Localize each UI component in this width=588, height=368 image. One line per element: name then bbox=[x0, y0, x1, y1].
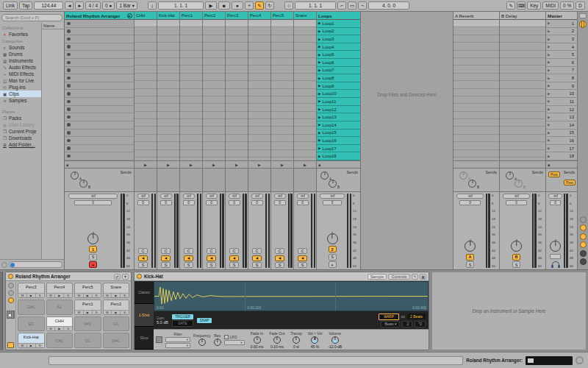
return-b-header[interactable]: B Delay bbox=[500, 12, 545, 20]
clip-launch-icon[interactable]: ▶ bbox=[318, 77, 320, 80]
scene-launch-icon[interactable]: ▶ bbox=[548, 131, 550, 135]
mixer-section-toggle[interactable] bbox=[580, 241, 587, 248]
scene-launch-icon[interactable]: ▶ bbox=[548, 21, 550, 25]
clip-launch-icon[interactable]: ▶ bbox=[318, 84, 320, 88]
group-clip-slot[interactable] bbox=[65, 137, 134, 145]
group-clip-slot[interactable] bbox=[65, 82, 134, 91]
volume-display[interactable]: -inf bbox=[160, 194, 172, 199]
parameter-knob[interactable] bbox=[331, 336, 339, 344]
stop-clip-icon[interactable]: ▶ bbox=[235, 163, 238, 167]
pad-preview-button[interactable]: ▶ bbox=[84, 311, 93, 314]
scene[interactable]: ▶ 12 bbox=[546, 106, 577, 114]
drum-rack-title-bar[interactable]: Roland Rhythm Arranger ⇄ ▼ bbox=[6, 272, 131, 281]
drum-pad[interactable]: G1 M ▶ S bbox=[103, 316, 130, 332]
scene-launch-icon[interactable]: ▶ bbox=[548, 116, 550, 119]
nudge-back-icon[interactable]: ◄ bbox=[65, 1, 74, 10]
group-clip-slot[interactable] bbox=[65, 74, 134, 82]
pan-display[interactable]: 0 bbox=[74, 200, 112, 205]
pad-solo-button[interactable]: S bbox=[121, 311, 129, 314]
scene-launch-icon[interactable]: ▶ bbox=[548, 123, 550, 127]
browser-category-item[interactable]: ⌁ MIDI Effects bbox=[0, 71, 41, 77]
scene[interactable]: ▶ 2 bbox=[546, 28, 577, 36]
clip[interactable]: ▶ Loop15 bbox=[317, 130, 360, 138]
clip[interactable]: ▶ Loop18 bbox=[317, 152, 360, 160]
send-a-knob[interactable]: A bbox=[320, 171, 329, 180]
save-preset-icon[interactable]: ▣ bbox=[420, 274, 426, 280]
pad-solo-button[interactable]: S bbox=[93, 294, 101, 297]
pad-mute-button[interactable]: M bbox=[47, 294, 56, 297]
search-input[interactable] bbox=[2, 15, 62, 20]
clip-launch-icon[interactable]: ▶ bbox=[318, 131, 320, 135]
group-clip-slot[interactable] bbox=[65, 113, 134, 121]
lfo-shape-menu[interactable]: ▾ bbox=[224, 340, 245, 345]
time-signature-field[interactable]: 4 / 4 bbox=[85, 1, 101, 10]
scene-launch-icon[interactable]: ▶ bbox=[548, 53, 550, 57]
master-track-header[interactable]: Master bbox=[546, 12, 577, 20]
browser-place-item[interactable]: ❒ Current Proje bbox=[0, 128, 41, 135]
double-tempo-button[interactable]: *2 bbox=[415, 321, 426, 328]
volume-display[interactable]: -inf bbox=[320, 194, 345, 199]
stop-clips-row[interactable]: ▶ bbox=[203, 160, 225, 168]
scene[interactable]: ▶ 18 bbox=[546, 152, 577, 160]
crossfade-assign[interactable]: C bbox=[252, 248, 262, 254]
pad-solo-button[interactable]: S bbox=[64, 294, 72, 297]
mixer-section-toggle[interactable] bbox=[580, 258, 587, 265]
headphones-cue-icon[interactable] bbox=[551, 261, 560, 268]
punch-in-button[interactable]: ⌐ bbox=[337, 1, 346, 10]
browser-place-item[interactable]: ⊞ Add Folder... bbox=[0, 141, 41, 148]
nudge-forward-icon[interactable]: ► bbox=[75, 1, 84, 10]
clip[interactable]: ▶ Loop8 bbox=[317, 74, 360, 82]
track-header[interactable]: Perc1 bbox=[180, 12, 202, 20]
device-drop-area[interactable]: Drop an Instrument or Sample Here bbox=[431, 272, 587, 350]
solo-button[interactable]: S bbox=[298, 262, 307, 268]
parameter-knob[interactable] bbox=[273, 336, 281, 344]
group-clip-slot[interactable] bbox=[65, 67, 134, 75]
clip[interactable]: ▶ Loop10 bbox=[317, 90, 360, 98]
solo-button[interactable]: S bbox=[512, 261, 520, 268]
clip-launch-icon[interactable]: ▶ bbox=[318, 38, 320, 41]
group-clip-slot[interactable] bbox=[65, 130, 134, 138]
volume-display[interactable]: -inf bbox=[503, 194, 531, 199]
stop-clip-icon[interactable]: ▶ bbox=[167, 163, 170, 167]
send-a-knob[interactable]: A bbox=[459, 171, 467, 180]
drum-pad[interactable]: G#1 M ▶ S bbox=[18, 300, 45, 315]
solo-button[interactable]: S bbox=[329, 254, 337, 261]
clip[interactable]: ▶ Loop14 bbox=[317, 121, 360, 130]
track-activator[interactable]: 2 bbox=[329, 246, 337, 252]
solo-button[interactable]: S bbox=[466, 261, 474, 268]
browser-category-item[interactable]: ▦ Drums bbox=[0, 51, 41, 57]
scene[interactable]: ▶ 17 bbox=[546, 145, 577, 153]
drum-pad[interactable]: Perc4 M ▶ S bbox=[46, 283, 74, 298]
track-header[interactable]: Perc2 bbox=[203, 12, 225, 20]
scene[interactable]: ▶ 10 bbox=[546, 90, 577, 98]
group-clip-slot[interactable] bbox=[65, 35, 134, 43]
set-loop-button[interactable]: ○ bbox=[284, 1, 293, 10]
browser-category-item[interactable]: ≋ Samples bbox=[0, 97, 41, 104]
browser-category-item[interactable]: ⌬ Plug-ins bbox=[0, 84, 41, 91]
stop-clips-row[interactable]: ▶ bbox=[157, 160, 179, 168]
tap-tempo-button[interactable]: Tap bbox=[19, 1, 32, 10]
scene-launch-icon[interactable]: ▶ bbox=[548, 107, 550, 111]
scene[interactable]: ▶ 11 bbox=[546, 98, 577, 106]
parameter-value[interactable]: 0.10 ms bbox=[270, 344, 284, 349]
pad-mute-button[interactable]: M bbox=[75, 311, 84, 314]
clip-launch-icon[interactable]: ▶ bbox=[318, 92, 320, 96]
clip[interactable]: ▶ Loop2 bbox=[317, 28, 360, 36]
solo-button[interactable]: S bbox=[89, 254, 97, 261]
clip-launch-icon[interactable]: ▶ bbox=[318, 45, 320, 49]
clip[interactable]: ▶ Loop5 bbox=[317, 51, 360, 59]
clip-slots[interactable] bbox=[248, 20, 270, 160]
tab-controls[interactable]: Controls bbox=[388, 274, 410, 280]
clip[interactable]: ▶ Loop6 bbox=[317, 59, 360, 67]
reenable-automation-button[interactable]: ↻ bbox=[265, 1, 274, 10]
pad-solo-button[interactable]: S bbox=[36, 294, 44, 297]
group-clip-slot[interactable] bbox=[65, 98, 134, 106]
track-activator[interactable]: ◀ bbox=[252, 255, 262, 261]
group-clip-slot[interactable] bbox=[65, 121, 134, 130]
pad-overview-map[interactable] bbox=[7, 311, 15, 319]
clip-slots[interactable] bbox=[203, 20, 225, 160]
pre-post-toggle-a[interactable]: Post bbox=[548, 171, 560, 177]
track-activator[interactable]: B bbox=[512, 254, 520, 261]
quantize-menu[interactable]: 1 Bar ▾ bbox=[116, 1, 137, 10]
cue-volume-display[interactable] bbox=[550, 254, 561, 259]
